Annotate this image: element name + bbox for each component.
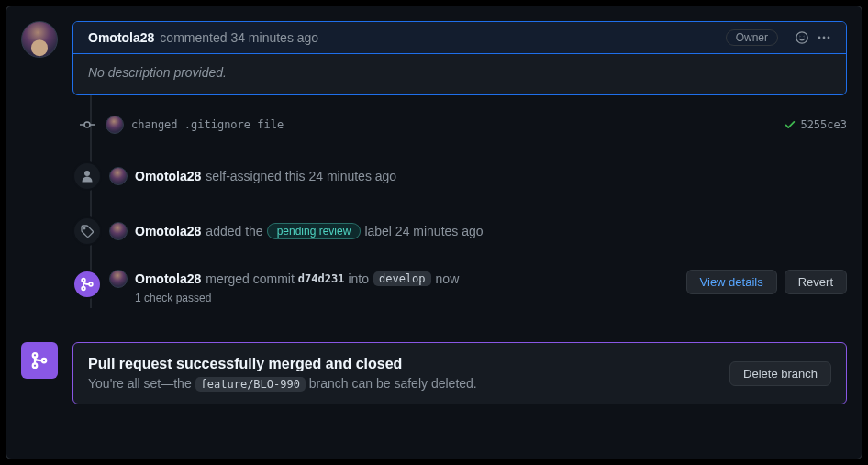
event-commit: changed .gitignore file 5255ce3	[58, 95, 847, 149]
checks-status[interactable]: 1 check passed	[135, 292, 686, 304]
avatar[interactable]	[109, 270, 128, 288]
tag-icon	[72, 216, 102, 246]
merged-banner: Pull request successfully merged and clo…	[72, 342, 847, 404]
event-author[interactable]: Omotola28	[135, 224, 201, 238]
comment-header: Omotola28 commented 34 minutes ago Owner	[73, 22, 846, 54]
target-branch[interactable]: develop	[373, 271, 431, 286]
react-icon[interactable]	[795, 30, 809, 45]
merge-sha[interactable]: d74d231	[298, 272, 345, 285]
event-merged: Omotola28 merged commit d74d231 into dev…	[58, 259, 847, 308]
svg-point-4	[823, 37, 826, 39]
commit-sha[interactable]: 5255ce3	[784, 118, 847, 131]
commit-message[interactable]: changed .gitignore file	[131, 118, 284, 131]
svg-point-0	[796, 32, 807, 43]
comment-body: No description provided.	[73, 54, 846, 94]
check-icon	[784, 118, 796, 131]
avatar[interactable]	[109, 222, 128, 240]
comment-box: Omotola28 commented 34 minutes ago Owner	[72, 21, 847, 95]
banner-title: Pull request successfully merged and clo…	[88, 356, 729, 372]
event-author[interactable]: Omotola28	[135, 169, 201, 183]
event-label: Omotola28 added the pending review label…	[58, 204, 847, 259]
delete-branch-button[interactable]: Delete branch	[729, 361, 831, 386]
event-author[interactable]: Omotola28	[135, 271, 201, 286]
avatar[interactable]	[21, 21, 58, 58]
git-merge-icon	[21, 342, 58, 379]
event-text: self-assigned this 24 minutes ago	[206, 169, 396, 183]
view-details-button[interactable]: View details	[686, 270, 777, 294]
svg-point-5	[828, 37, 830, 39]
comment-author[interactable]: Omotola28	[88, 30, 154, 45]
source-branch[interactable]: feature/BLO-990	[195, 377, 306, 392]
svg-point-6	[84, 122, 90, 127]
kebab-icon[interactable]	[817, 30, 831, 45]
person-icon	[72, 161, 102, 191]
git-merge-icon	[72, 270, 102, 299]
comment-action[interactable]: commented 34 minutes ago	[160, 30, 318, 45]
svg-point-3	[818, 37, 821, 39]
avatar[interactable]	[109, 167, 128, 185]
commit-icon	[76, 114, 98, 136]
event-self-assign: Omotola28 self-assigned this 24 minutes …	[58, 149, 847, 204]
label-pill[interactable]: pending review	[267, 223, 362, 239]
owner-badge: Owner	[726, 29, 778, 46]
avatar[interactable]	[106, 116, 124, 134]
revert-button[interactable]: Revert	[785, 270, 847, 294]
svg-point-7	[83, 227, 85, 229]
